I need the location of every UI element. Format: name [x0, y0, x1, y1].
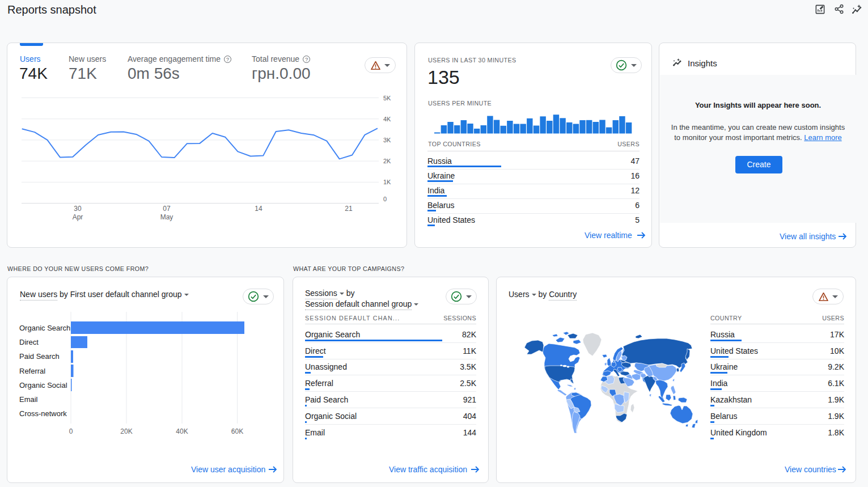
svg-text:40K: 40K	[176, 427, 188, 435]
svg-text:Email: Email	[19, 395, 38, 404]
svg-text:2K: 2K	[383, 158, 391, 164]
svg-text:Organic Search: Organic Search	[19, 324, 70, 332]
svg-text:20K: 20K	[120, 427, 132, 435]
svg-text:Organic Social: Organic Social	[19, 381, 67, 389]
svg-text:May: May	[160, 213, 173, 221]
svg-text:0: 0	[69, 427, 73, 435]
svg-text:Cross-network: Cross-network	[19, 409, 67, 418]
svg-text:14: 14	[255, 205, 262, 213]
svg-text:07: 07	[163, 205, 171, 213]
svg-text:Apr: Apr	[73, 213, 83, 221]
svg-text:Referral: Referral	[19, 367, 45, 375]
svg-text:0: 0	[383, 196, 387, 202]
svg-text:21: 21	[345, 205, 353, 213]
svg-text:Direct: Direct	[19, 338, 39, 346]
svg-text:30: 30	[74, 205, 82, 213]
svg-text:60K: 60K	[231, 427, 243, 435]
svg-text:5K: 5K	[383, 95, 391, 101]
svg-text:3K: 3K	[383, 137, 391, 143]
svg-text:1K: 1K	[383, 179, 391, 185]
svg-text:Paid Search: Paid Search	[19, 352, 60, 361]
svg-text:4K: 4K	[383, 116, 391, 122]
